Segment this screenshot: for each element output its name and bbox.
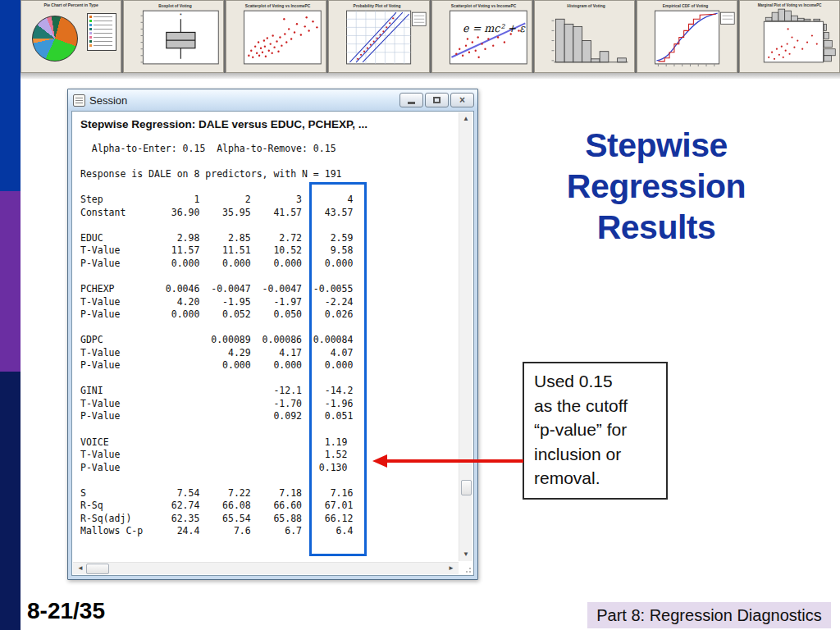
- vertical-scrollbar[interactable]: ▲ ▼: [459, 112, 472, 561]
- slide-thumbnail-pie-chart[interactable]: Pie Chart of Percent in Type: [21, 0, 121, 73]
- svg-text:Probability Plot of Voting: Probability Plot of Voting: [354, 4, 401, 8]
- session-output-title: Stepwise Regression: DALE versus EDUC, P…: [80, 118, 368, 130]
- histogram-icon: Histogram of Voting: [535, 1, 634, 72]
- empirical-cdf-icon: Empirical CDF of Voting: [637, 1, 737, 72]
- vertical-scroll-thumb[interactable]: [461, 480, 472, 495]
- footer-section-label: Part 8: Regression Diagnostics: [596, 606, 822, 625]
- left-accent-bar-navy: [0, 372, 21, 630]
- svg-text:Marginal Plot of Voting vs Inc: Marginal Plot of Voting vs IncomePC: [758, 3, 823, 7]
- svg-text:Boxplot of Voting: Boxplot of Voting: [158, 4, 191, 8]
- maximize-button[interactable]: [425, 93, 449, 107]
- window-title: Session: [89, 94, 127, 107]
- scroll-up-icon[interactable]: ▲: [463, 116, 469, 122]
- session-window: Session × Stepwise Regression: DALE vers…: [67, 89, 478, 580]
- scatterplot-icon: Scatterplot of Voting vs IncomePC: [226, 1, 326, 72]
- horizontal-scrollbar[interactable]: ◄ ►: [73, 562, 459, 574]
- pie-chart-icon: [32, 16, 78, 62]
- marginal-plot-icon: Marginal Plot of Voting vs IncomePC: [740, 1, 839, 72]
- maximize-icon: [433, 97, 441, 103]
- resize-grip-icon[interactable]: [463, 564, 471, 573]
- filmstrip-shadow: [21, 73, 840, 79]
- close-icon: ×: [459, 95, 465, 105]
- scroll-right-icon[interactable]: ►: [448, 565, 454, 572]
- slide-thumbnail-marginal-plot[interactable]: Marginal Plot of Voting vs IncomePC: [739, 0, 840, 73]
- scroll-left-icon[interactable]: ◄: [77, 565, 84, 572]
- probability-plot-icon: Probability Plot of Voting: [329, 1, 428, 72]
- pie-legend-icon: [87, 13, 116, 51]
- session-scroll-icon: [73, 94, 85, 107]
- minimize-icon: [408, 102, 415, 104]
- svg-text:e = mc² + ε: e = mc² + ε: [463, 22, 526, 34]
- svg-text:Histogram of Voting: Histogram of Voting: [567, 4, 605, 8]
- svg-text:Empirical CDF of Voting: Empirical CDF of Voting: [663, 4, 709, 8]
- left-accent-bar-purple: [0, 191, 21, 372]
- slide-thumbnail-boxplot[interactable]: Boxplot of Voting *: [123, 0, 224, 73]
- svg-text:Scatterplot of Voting vs Incom: Scatterplot of Voting vs IncomePC: [450, 4, 516, 8]
- slide-thumbnail-fitted-line-plot[interactable]: Scatterplot of Voting vs IncomePC e = mc…: [431, 0, 532, 73]
- footer-section: Part 8: Regression Diagnostics: [587, 602, 831, 628]
- boxplot-icon: Boxplot of Voting *: [124, 1, 223, 72]
- slide-title: Stepwise Regression Results: [521, 125, 792, 248]
- slide-thumbnail-probability-plot[interactable]: Probability Plot of Voting: [328, 0, 429, 73]
- fitted-line-plot-icon: Scatterplot of Voting vs IncomePC e = mc…: [432, 1, 532, 72]
- slide-thumbnail-empirical-cdf[interactable]: Empirical CDF of Voting: [637, 0, 737, 73]
- close-button[interactable]: ×: [450, 93, 474, 107]
- svg-text:Scatterplot of Voting vs Incom: Scatterplot of Voting vs IncomePC: [245, 4, 311, 8]
- slide-thumbnail-scatterplot[interactable]: Scatterplot of Voting vs IncomePC: [226, 0, 326, 73]
- slide-thumbnail-histogram[interactable]: Histogram of Voting: [534, 0, 635, 73]
- svg-text:*: *: [180, 12, 182, 18]
- session-output-area[interactable]: Stepwise Regression: DALE versus EDUC, P…: [71, 111, 474, 576]
- callout-box: Used 0.15 as the cutoff “p-value” for in…: [523, 362, 668, 500]
- thumbnail-title: Pie Chart of Percent in Type: [21, 2, 121, 7]
- horizontal-scroll-thumb[interactable]: [86, 564, 109, 574]
- red-arrow: [371, 450, 528, 472]
- session-titlebar[interactable]: Session ×: [68, 89, 477, 111]
- slide-thumbnails-strip: Pie Chart of Percent in Type Boxplot of …: [21, 0, 840, 73]
- scroll-down-icon[interactable]: ▼: [463, 551, 469, 558]
- left-accent-bar-blue: [0, 0, 21, 191]
- session-output-text: Alpha-to-Enter: 0.15 Alpha-to-Remove: 0.…: [80, 143, 353, 538]
- page-number: 8-21/35: [27, 598, 105, 624]
- minimize-button[interactable]: [399, 93, 423, 107]
